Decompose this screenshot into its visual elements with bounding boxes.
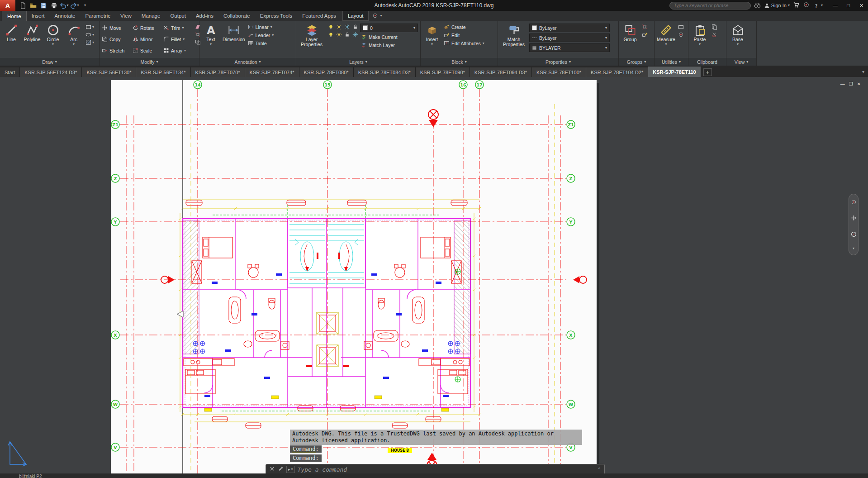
measure-button[interactable]: Measure▾ (656, 22, 676, 58)
tab-home[interactable]: Home (2, 11, 27, 21)
command-bar[interactable]: ▸▾ ⌃ (266, 464, 605, 473)
file-tab[interactable]: KSR-SJP-78ET074* (245, 67, 299, 77)
rectangle-button[interactable]: ▾ (85, 24, 94, 30)
file-tab[interactable]: KSR-SJP-56ET134* (136, 67, 190, 77)
ungroup-icon[interactable] (642, 24, 648, 30)
cut-icon[interactable] (711, 32, 717, 38)
close-button[interactable]: ✕ (855, 0, 868, 11)
layer-off-icon[interactable] (328, 24, 334, 32)
plot-button[interactable] (49, 1, 59, 10)
group-edit-icon[interactable] (642, 32, 648, 38)
arc-button[interactable]: Arc▾ (64, 22, 84, 58)
zoom-icon[interactable] (851, 231, 857, 237)
tab-insert[interactable]: Insert (27, 11, 50, 21)
panel-label-layers[interactable]: Layers▾ (296, 58, 420, 66)
doc-restore-button[interactable]: ❐ (849, 81, 853, 86)
id-point-icon[interactable] (678, 32, 684, 38)
doc-minimize-button[interactable]: — (840, 81, 845, 86)
match-properties-button[interactable]: Match Properties (499, 22, 528, 58)
steering-wheel-icon[interactable] (851, 199, 857, 205)
layer-walk-icon[interactable] (352, 31, 358, 39)
file-tab-active[interactable]: KSR-SJP-78ET110 (648, 67, 701, 77)
linear-button[interactable]: Linear▾ (247, 24, 275, 30)
trim-button[interactable]: Trim▾ (162, 24, 193, 31)
lineweight-dropdown[interactable]: BYLAYER▾ (529, 43, 610, 52)
panel-label-block[interactable]: Block▾ (421, 58, 498, 66)
command-expand-icon[interactable]: ⌃ (598, 468, 601, 471)
app-store-icon[interactable] (793, 1, 800, 10)
tab-manage[interactable]: Manage (137, 11, 166, 21)
linetype-dropdown[interactable]: ByLayer▾ (529, 33, 610, 42)
tab-addins[interactable]: Add-ins (191, 11, 218, 21)
signin-button[interactable]: Sign In▾ (764, 3, 790, 9)
pan-icon[interactable] (851, 215, 857, 221)
match-layer-button[interactable]: Match Layer (360, 42, 418, 48)
help-icon[interactable]: ▾ (813, 2, 823, 9)
command-input[interactable] (298, 466, 595, 473)
file-tab[interactable]: KSR-SJP-78ET084 D3* (354, 67, 416, 77)
ribbon-collapse-icon[interactable]: ▾ (380, 14, 382, 17)
open-file-button[interactable] (28, 1, 38, 10)
file-tab[interactable]: KSR-SJP-78ET070* (191, 67, 245, 77)
layer-isolate-icon[interactable] (336, 24, 342, 32)
doc-close-button[interactable]: ✕ (857, 81, 861, 86)
file-tab[interactable]: KSR-SJP-78ET090* (416, 67, 470, 77)
layer-freeze-icon[interactable] (344, 24, 350, 32)
qat-customize-button[interactable]: ▾ (80, 1, 90, 10)
application-menu-button[interactable]: A (0, 0, 15, 11)
new-file-button[interactable] (18, 1, 28, 10)
ellipse-button[interactable]: ▾ (85, 32, 94, 38)
move-button[interactable]: Move (101, 24, 132, 31)
panel-label-utilities[interactable]: Utilities▾ (655, 58, 688, 66)
leader-button[interactable]: Leader▾ (247, 32, 275, 38)
scale-button[interactable]: Scale (132, 47, 162, 54)
tab-express-tools[interactable]: Express Tools (255, 11, 297, 21)
stretch-button[interactable]: Stretch (101, 47, 132, 54)
mirror-button[interactable]: Mirror (132, 36, 162, 43)
tab-featured-apps[interactable]: Featured Apps (297, 11, 341, 21)
tab-parametric[interactable]: Parametric (81, 11, 116, 21)
table-button[interactable]: Table (247, 40, 275, 47)
file-tab[interactable]: KSR-SJP-56ET124 D3* (20, 67, 82, 77)
search-icon[interactable] (754, 1, 761, 10)
navigation-bar[interactable]: ▾ (849, 194, 859, 255)
file-tab[interactable]: KSR-SJP-78ET100* (532, 67, 586, 77)
edit-block-button[interactable]: Edit (443, 32, 485, 38)
panel-label-annotation[interactable]: Annotation▾ (199, 58, 296, 66)
make-current-button[interactable]: Make Current (360, 33, 418, 40)
panel-label-groups[interactable]: Groups▾ (619, 58, 654, 66)
rotate-button[interactable]: Rotate (132, 24, 162, 31)
copy-clip-icon[interactable] (711, 24, 717, 30)
create-block-button[interactable]: Create (443, 24, 485, 30)
dimension-button[interactable]: Dimension (222, 22, 246, 58)
circle-button[interactable]: Circle▾ (43, 22, 63, 58)
new-tab-button[interactable]: + (703, 68, 712, 76)
tab-annotate[interactable]: Annotate (49, 11, 80, 21)
paste-button[interactable]: Paste▾ (690, 22, 710, 58)
layer-properties-button[interactable]: Layer Properties (298, 22, 326, 58)
object-color-dropdown[interactable]: ByLayer▾ (529, 24, 610, 32)
command-close-icon[interactable] (269, 465, 275, 473)
undo-button[interactable]: ▾ (59, 1, 69, 10)
command-recent-icon[interactable]: ▸▾ (286, 466, 295, 473)
file-tab[interactable]: KSR-SJP-78ET104 D2* (586, 67, 648, 77)
command-customize-icon[interactable] (278, 465, 284, 473)
layer-unisolate-icon[interactable] (328, 31, 334, 39)
insert-button[interactable]: Insert▾ (422, 22, 442, 58)
minimize-button[interactable]: — (829, 0, 842, 11)
panel-label-view[interactable]: View▾ (726, 58, 756, 66)
layout-sheet[interactable]: 14 15 16 17 Z1 Z Y X W V Z1 Z Y X W V (0, 77, 868, 473)
tab-output[interactable]: Output (165, 11, 191, 21)
file-tab[interactable]: KSR-SJP-78ET094 D3* (470, 67, 532, 77)
line-button[interactable]: Line (1, 22, 21, 58)
layer-lock-icon[interactable] (352, 24, 358, 32)
group-button[interactable]: Group (620, 22, 640, 58)
fillet-button[interactable]: Fillet▾ (162, 36, 193, 43)
maximize-button[interactable]: □ (842, 0, 855, 11)
text-button[interactable]: Text▾ (201, 22, 221, 58)
array-button[interactable]: Array▾ (162, 47, 193, 54)
base-view-button[interactable]: Base▾ (728, 22, 748, 58)
file-tab[interactable]: KSR-SJP-78ET080* (299, 67, 354, 77)
panel-label-draw[interactable]: Draw▾ (0, 58, 99, 66)
copy-button[interactable]: Copy (101, 36, 132, 43)
